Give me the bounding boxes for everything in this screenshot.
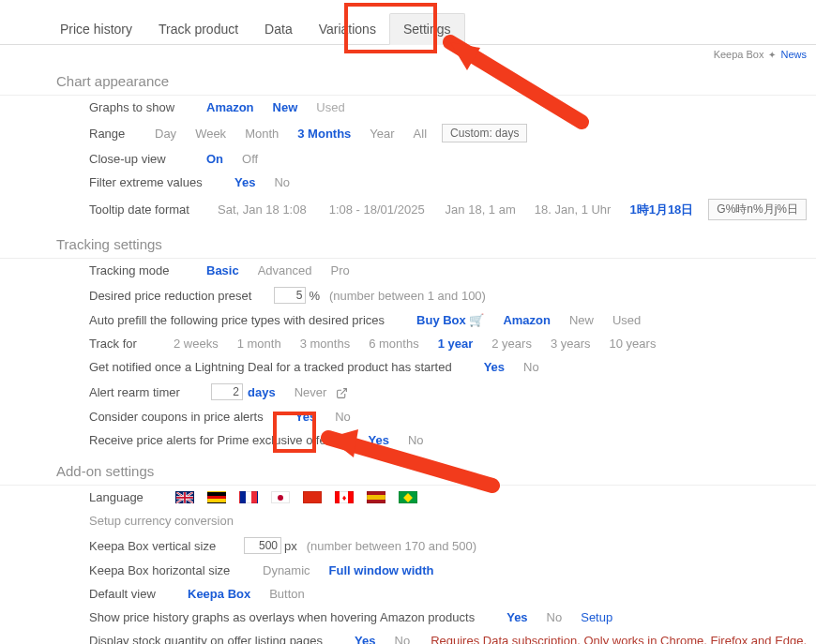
opt-week[interactable]: Week — [186, 127, 235, 141]
opt-3months[interactable]: 3 months — [291, 337, 359, 351]
section-addon: Add-on settings — [0, 456, 816, 486]
stock-label: Display stock quantity on offer listing … — [89, 634, 345, 644]
external-link-icon[interactable] — [336, 384, 348, 398]
opt-prime-no[interactable]: No — [399, 433, 433, 447]
currency-conversion-link[interactable]: Setup currency conversion — [89, 514, 234, 528]
opt-view-keepabox[interactable]: Keepa Box — [178, 587, 260, 601]
keepa-box-link[interactable]: Keepa Box — [714, 49, 764, 60]
trackfor-label: Track for — [89, 337, 164, 351]
tab-data[interactable]: Data — [251, 14, 306, 44]
custom-days-input[interactable]: Custom: days — [442, 124, 527, 142]
flag-de-icon[interactable] — [207, 491, 226, 503]
opt-overlay-yes[interactable]: Yes — [497, 610, 536, 624]
opt-6months[interactable]: 6 months — [359, 337, 428, 351]
tab-settings[interactable]: Settings — [389, 13, 465, 45]
opt-2weeks[interactable]: 2 weeks — [164, 337, 228, 351]
opt-lightning-yes[interactable]: Yes — [475, 360, 514, 374]
news-link[interactable]: News — [780, 49, 807, 60]
stock-warning: Requires Data subscription. Only works i… — [419, 634, 807, 644]
opt-date-2[interactable]: 1:08 - 18/01/2025 — [318, 202, 436, 217]
opt-stock-yes[interactable]: Yes — [345, 634, 385, 644]
opt-prefill-buybox[interactable]: Buy Box 🛒 — [407, 313, 493, 327]
range-label: Range — [89, 127, 145, 141]
rearm-days[interactable]: days — [243, 385, 285, 399]
opt-lightning-no[interactable]: No — [514, 360, 549, 374]
flag-uk-icon[interactable] — [175, 491, 194, 503]
opt-date-3[interactable]: Jan 18, 1 am — [436, 202, 525, 217]
diamond-icon: ✦ — [768, 50, 776, 60]
opt-view-button[interactable]: Button — [260, 587, 314, 601]
opt-2years[interactable]: 2 years — [482, 337, 541, 351]
opt-used[interactable]: Used — [307, 100, 354, 114]
tab-price-history[interactable]: Price history — [47, 14, 145, 44]
tooltip-format-label: Tooltip date format — [89, 202, 206, 217]
desired-reduction-input[interactable] — [274, 287, 306, 304]
opt-closeup-on[interactable]: On — [197, 152, 233, 166]
opt-stock-no[interactable]: No — [385, 634, 420, 644]
rearm-label: Alert rearm timer — [89, 385, 211, 399]
vsize-input[interactable] — [244, 537, 281, 554]
tab-variations[interactable]: Variations — [306, 14, 389, 44]
opt-full-width[interactable]: Full window width — [320, 563, 444, 577]
flag-cn-icon[interactable] — [303, 491, 322, 503]
language-label: Language — [89, 490, 169, 504]
hsize-label: Keepa Box horizontal size — [89, 563, 253, 577]
opt-month[interactable]: Month — [235, 127, 288, 141]
opt-prefill-used[interactable]: Used — [603, 313, 650, 327]
prefill-label: Auto prefill the following price types w… — [89, 313, 407, 327]
opt-overlay-no[interactable]: No — [537, 610, 572, 624]
section-tracking: Tracking settings — [0, 229, 816, 259]
closeup-label: Close-up view — [89, 152, 197, 166]
opt-rearm-never[interactable]: Never — [285, 385, 337, 399]
opt-amazon[interactable]: Amazon — [197, 100, 264, 114]
opt-day[interactable]: Day — [145, 127, 186, 141]
opt-prefill-new[interactable]: New — [560, 313, 603, 327]
opt-mode-pro[interactable]: Pro — [322, 263, 359, 277]
opt-filter-yes[interactable]: Yes — [225, 175, 264, 189]
flag-fr-icon[interactable] — [239, 491, 258, 503]
filter-extreme-label: Filter extreme values — [89, 175, 225, 189]
tab-track-product[interactable]: Track product — [145, 14, 251, 44]
flag-ca-icon[interactable]: ♦ — [335, 491, 354, 503]
opt-mode-basic[interactable]: Basic — [197, 263, 249, 277]
rearm-input[interactable] — [211, 383, 243, 400]
overlay-label: Show price history graphs as overlays wh… — [89, 610, 497, 624]
tracking-mode-label: Tracking mode — [89, 263, 197, 277]
opt-date-custom[interactable]: G%時n%月j%日 — [708, 199, 807, 220]
opt-date-4[interactable]: 18. Jan, 1 Uhr — [525, 202, 621, 217]
opt-all[interactable]: All — [404, 127, 436, 141]
opt-new[interactable]: New — [264, 100, 308, 114]
px-unit: px — [281, 539, 297, 553]
opt-date-1[interactable]: Sat, Jan 18 1:08 — [206, 202, 318, 217]
opt-10years[interactable]: 10 years — [600, 337, 666, 351]
opt-date-5[interactable]: 1時1月18日 — [620, 202, 703, 218]
flag-br-icon[interactable] — [399, 491, 417, 503]
svg-line-0 — [341, 388, 347, 394]
opt-mode-advanced[interactable]: Advanced — [249, 263, 322, 277]
opt-coupons-yes[interactable]: Yes — [286, 410, 325, 424]
opt-closeup-off[interactable]: Off — [233, 152, 267, 166]
opt-prefill-amazon[interactable]: Amazon — [493, 313, 560, 327]
opt-year[interactable]: Year — [360, 127, 403, 141]
percent-unit: % — [306, 289, 320, 303]
opt-dynamic[interactable]: Dynamic — [253, 563, 320, 577]
opt-filter-no[interactable]: No — [264, 175, 299, 189]
defaultview-label: Default view — [89, 587, 178, 601]
opt-prime-yes[interactable]: Yes — [358, 433, 398, 447]
coupons-label: Consider coupons in price alerts — [89, 410, 286, 424]
flag-jp-icon[interactable] — [271, 491, 290, 503]
opt-coupons-no[interactable]: No — [325, 410, 360, 424]
prime-alerts-label: Receive price alerts for Prime exclusive… — [89, 433, 358, 447]
lightning-deal-label: Get notified once a Lightning Deal for a… — [89, 360, 475, 374]
flag-es-icon[interactable] — [367, 491, 385, 503]
opt-3years[interactable]: 3 years — [541, 337, 600, 351]
overlay-setup-link[interactable]: Setup — [571, 610, 622, 624]
opt-3months[interactable]: 3 Months — [288, 127, 360, 141]
opt-1year[interactable]: 1 year — [429, 337, 483, 351]
desired-hint: (number between 1 and 100) — [320, 289, 486, 303]
graphs-to-show-label: Graphs to show — [89, 100, 197, 114]
vsize-label: Keepa Box vertical size — [89, 539, 244, 553]
section-chart-appearance: Chart appearance — [0, 66, 816, 96]
desired-reduction-label: Desired price reduction preset — [89, 289, 274, 303]
opt-1month[interactable]: 1 month — [228, 337, 291, 351]
